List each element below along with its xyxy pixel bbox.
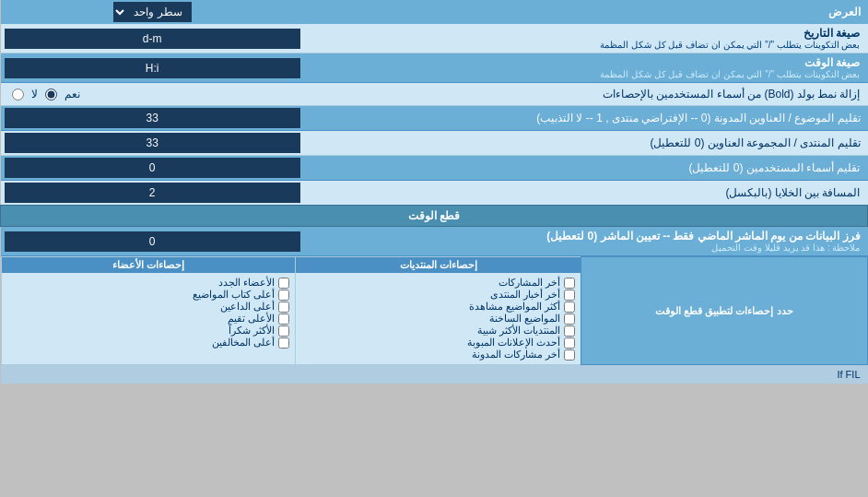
member-stat-item-1: الأعضاء الجدد bbox=[7, 277, 290, 289]
member-stat-cb-3[interactable] bbox=[278, 302, 289, 313]
member-stat-cb-5[interactable] bbox=[278, 325, 289, 337]
member-stat-item-3: أعلى الداعين bbox=[7, 301, 290, 313]
footer-text: If FIL bbox=[1, 365, 868, 384]
bold-yes-radio[interactable] bbox=[45, 89, 57, 101]
user-names-trim-input-cell bbox=[1, 156, 304, 181]
member-stat-cb-6[interactable] bbox=[278, 337, 289, 349]
time-format-main-label: صيغة الوقت bbox=[311, 56, 861, 69]
forum-stat-cb-7[interactable] bbox=[564, 349, 575, 361]
forum-address-trim-input[interactable] bbox=[5, 108, 300, 128]
date-format-input[interactable] bbox=[5, 29, 300, 49]
space-between-label: المسافة بين الخلايا (بالبكسل) bbox=[304, 181, 868, 206]
stats-section: حدد إحصاءات لتطبيق قطع الوقت إحصاءات الم… bbox=[1, 256, 868, 366]
forum-address-trim-input-cell bbox=[1, 106, 304, 131]
bold-yes-label: نعم bbox=[65, 88, 80, 101]
cutoff-main-label: فرز البيانات من يوم الماشر الماضي فقط --… bbox=[311, 230, 861, 243]
user-names-trim-label: تقليم أسماء المستخدمين (0 للتعطيل) bbox=[304, 156, 868, 181]
cutoff-input[interactable] bbox=[5, 231, 300, 252]
member-stats-header: إحصاءات الأعضاء bbox=[2, 257, 296, 273]
cutoff-section-title: قطع الوقت bbox=[1, 206, 868, 227]
time-format-label: صيغة الوقت بعض التكوينات يتطلب "/" التي … bbox=[304, 53, 868, 83]
forum-stat-item-5: المنتديات الأكثر شبية bbox=[301, 325, 575, 337]
forum-stats-items: أخر المشاركات أخر أخبار المنتدى أكثر الم… bbox=[296, 273, 581, 364]
space-between-text: المسافة بين الخلايا (بالبكسل) bbox=[726, 186, 861, 199]
forum-stats-header: إحصاءات المنتديات bbox=[296, 257, 581, 273]
forum-stat-label-1: أخر المشاركات bbox=[499, 277, 560, 289]
user-names-trim-text: تقليم أسماء المستخدمين (0 للتعطيل) bbox=[688, 161, 860, 174]
member-stats-items: الأعضاء الجدد أعلى كتاب المواضيع أعلى ال… bbox=[2, 273, 296, 352]
cutoff-note-label: ملاحظة : هذا قد يزيد قليلا وقت التحميل bbox=[311, 243, 861, 253]
member-stats-col: إحصاءات الأعضاء الأعضاء الجدد أعلى كتاب … bbox=[1, 257, 296, 365]
forum-stat-item-6: أحدث الإعلانات المبوبة bbox=[301, 337, 575, 349]
forum-stat-cb-3[interactable] bbox=[564, 302, 575, 313]
space-between-input[interactable] bbox=[5, 183, 300, 203]
member-stat-label-4: الأعلى تقيم bbox=[228, 313, 275, 325]
member-stat-cb-4[interactable] bbox=[278, 314, 289, 325]
bold-remove-radio-cell: نعم لا bbox=[1, 83, 304, 106]
member-stat-label-5: الأكثر شكراً bbox=[229, 325, 275, 337]
time-format-input[interactable] bbox=[5, 58, 300, 78]
forum-stat-label-2: أخر أخبار المنتدى bbox=[490, 289, 560, 301]
forum-stat-item-4: المواضيع الساخنة bbox=[301, 313, 575, 325]
date-format-label: صيغة التاريخ بعض التكوينات يتطلب "/" الت… bbox=[304, 24, 868, 53]
forum-group-trim-input[interactable] bbox=[5, 133, 300, 153]
forum-stat-item-2: أخر أخبار المنتدى bbox=[301, 289, 575, 301]
member-stat-label-6: أعلى المخالفين bbox=[212, 337, 275, 349]
member-stat-label-2: أعلى كتاب المواضيع bbox=[193, 289, 275, 301]
date-format-main-label: صيغة التاريخ bbox=[311, 27, 861, 40]
forum-address-trim-label: تقليم الموضوع / العناوين المدونة (0 -- ا… bbox=[304, 106, 868, 131]
display-label: العرض bbox=[304, 0, 868, 24]
forum-group-trim-label: تقليم المنتدى / المجموعة العناوين (0 للت… bbox=[304, 131, 868, 156]
forum-stat-cb-1[interactable] bbox=[564, 278, 575, 289]
date-format-sub-label: بعض التكوينات يتطلب "/" التي يمكن ان تضا… bbox=[311, 40, 861, 50]
forum-stat-cb-4[interactable] bbox=[564, 314, 575, 325]
forum-stat-cb-6[interactable] bbox=[564, 337, 575, 349]
bold-no-radio[interactable] bbox=[12, 89, 24, 101]
bold-remove-text: إزالة نمط بولد (Bold) من أسماء المستخدمي… bbox=[603, 88, 860, 101]
time-format-sub-label: بعض التكوينات يتطلب "/" التي يمكن ان تضا… bbox=[311, 69, 861, 79]
user-names-trim-input[interactable] bbox=[5, 158, 300, 178]
forum-stat-cb-5[interactable] bbox=[564, 325, 575, 337]
member-stat-item-4: الأعلى تقيم bbox=[7, 313, 290, 325]
member-stat-item-2: أعلى كتاب المواضيع bbox=[7, 289, 290, 301]
forum-stats-col: إحصاءات المنتديات أخر المشاركات أخر أخبا… bbox=[296, 257, 581, 365]
forum-stat-label-5: المنتديات الأكثر شبية bbox=[477, 325, 560, 337]
member-stat-cb-2[interactable] bbox=[278, 290, 289, 301]
forum-stat-label-6: أحدث الإعلانات المبوبة bbox=[467, 337, 560, 349]
cutoff-row-label: فرز البيانات من يوم الماشر الماضي فقط --… bbox=[304, 227, 868, 256]
display-select[interactable]: سطر واحد سطرين ثلاثة أسطر bbox=[113, 2, 192, 22]
space-between-input-cell bbox=[1, 181, 304, 206]
select-container: سطر واحد سطرين ثلاثة أسطر bbox=[1, 0, 304, 24]
forum-stat-label-4: المواضيع الساخنة bbox=[489, 313, 560, 325]
forum-stat-item-1: أخر المشاركات bbox=[301, 277, 575, 289]
date-format-input-cell bbox=[1, 24, 304, 53]
member-stat-item-6: أعلى المخالفين bbox=[7, 337, 290, 349]
member-stat-label-3: أعلى الداعين bbox=[220, 301, 275, 313]
time-format-input-cell bbox=[1, 53, 304, 83]
bold-remove-label: إزالة نمط بولد (Bold) من أسماء المستخدمي… bbox=[304, 83, 868, 106]
forum-stat-cb-2[interactable] bbox=[564, 290, 575, 301]
forum-stat-label-7: أخر مشاركات المدونة bbox=[472, 349, 560, 361]
member-stat-item-5: الأكثر شكراً bbox=[7, 325, 290, 337]
stats-apply-label: حدد إحصاءات لتطبيق قطع الوقت bbox=[581, 257, 867, 365]
forum-group-trim-text: تقليم المنتدى / المجموعة العناوين (0 للت… bbox=[650, 136, 860, 149]
forum-stat-item-7: أخر مشاركات المدونة bbox=[301, 349, 575, 361]
bold-no-label: لا bbox=[31, 88, 38, 101]
member-stat-label-1: الأعضاء الجدد bbox=[218, 277, 275, 289]
forum-stat-label-3: أكثر المواضيع مشاهدة bbox=[469, 301, 560, 313]
forum-group-trim-input-cell bbox=[1, 131, 304, 156]
member-stat-cb-1[interactable] bbox=[278, 278, 289, 289]
forum-stat-item-3: أكثر المواضيع مشاهدة bbox=[301, 301, 575, 313]
forum-address-trim-text: تقليم الموضوع / العناوين المدونة (0 -- ا… bbox=[536, 112, 860, 124]
cutoff-input-cell bbox=[1, 227, 304, 256]
